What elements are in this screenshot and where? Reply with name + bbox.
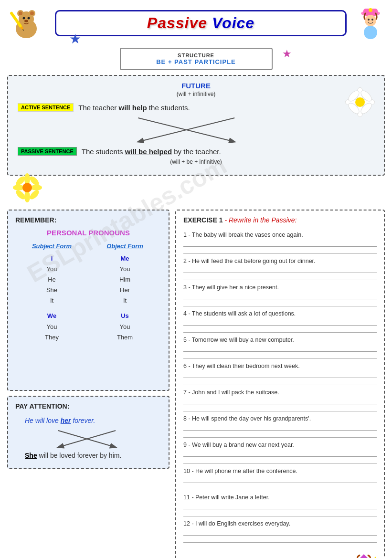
answer-line-1 — [183, 240, 377, 247]
structure-box: STRUCTURE BE + PAST PARTICIPLE — [120, 48, 273, 70]
pay-attention-title: PAY ATTENTION: — [15, 402, 161, 410]
pronoun-we: We — [15, 311, 88, 321]
exercise-text-2: 2 - He will feed the cat before going ou… — [183, 258, 377, 264]
svg-point-27 — [355, 97, 365, 107]
header: Passive Voice — [0, 0, 392, 44]
exercise-text-5: 5 - Tomorrow we will buy a new computer. — [183, 337, 377, 343]
exercise-item-5: 5 - Tomorrow we will buy a new computer. — [183, 334, 377, 359]
answer-line-10 — [183, 476, 377, 483]
page-title: Passive Voice — [71, 14, 331, 32]
svg-point-15 — [365, 15, 376, 26]
pronoun-you-op: You — [88, 322, 161, 332]
star-blue-icon: ★ — [69, 31, 81, 47]
svg-point-18 — [364, 26, 377, 39]
daisy-icon — [12, 172, 43, 203]
exercise-item-4: 4 - The students will ask a lot of quest… — [183, 307, 377, 333]
exercise-text-1: 1 - The baby will break the vases once a… — [183, 232, 377, 238]
exercise-item-6: 6 - They will clean their bedroom next w… — [183, 360, 377, 385]
active-sentence-row: ACTIVE SENTENCE The teacher will help th… — [18, 103, 374, 112]
pronoun-you-o: You — [88, 264, 161, 274]
pronouns-grid: I You He She It We You They Me You Him H… — [15, 253, 161, 343]
exercise-item-1: 1 - The baby will break the vases once a… — [183, 229, 377, 254]
active-label: ACTIVE SENTENCE — [18, 103, 74, 112]
svg-marker-47 — [360, 554, 368, 558]
svg-point-38 — [22, 183, 32, 192]
structure-label: STRUCTURE — [130, 53, 262, 58]
pay-attention-arrows — [20, 428, 157, 450]
exercise-item-8: 8 - He will spend the day over his grand… — [183, 412, 377, 438]
exercise-text-8: 8 - He will spend the day over his grand… — [183, 415, 377, 422]
pay-sentence-2: She will be loved forever by him. — [15, 452, 161, 459]
passive-sentence-row: PASSIVE SENTENCE The students will be he… — [18, 147, 374, 156]
answer-line-3 — [183, 293, 377, 299]
pay-sentence-1: He will love her forever. — [15, 417, 161, 424]
svg-point-8 — [24, 20, 28, 22]
pronouns-title: PERSONAL PRONOUNS — [15, 229, 161, 237]
answer-line-7 — [183, 398, 377, 404]
exercise-text-3: 3 - They will give her a nice present. — [183, 284, 377, 291]
girl-icon — [356, 6, 385, 40]
answer-line-4 — [183, 319, 377, 326]
exercise-item-11: 11 - Peter will write Jane a letter. — [183, 491, 377, 516]
exercise-item-12: 12 - I will do English exercises everyda… — [183, 517, 377, 543]
answer-line-11 — [183, 503, 377, 509]
pronoun-you-s: You — [15, 264, 88, 274]
exercise-text-4: 4 - The students will ask a lot of quest… — [183, 310, 377, 317]
remember-title: REMEMBER: — [15, 216, 161, 224]
active-sentence-text: The teacher will help the students. — [78, 104, 190, 112]
answer-line-9 — [183, 450, 377, 457]
answer-line-5 — [183, 345, 377, 352]
exercise-number: EXERCISE 1 — [183, 216, 222, 224]
exercise-item-9: 9 - We will buy a brand new car next yea… — [183, 439, 377, 464]
exercise-item-3: 3 - They will give her a nice present. — [183, 281, 377, 306]
exercise-text-9: 9 - We will buy a brand new car next yea… — [183, 442, 377, 448]
pronoun-she: She — [15, 285, 88, 295]
answer-line-2 — [183, 266, 377, 273]
answer-line-6 — [183, 371, 377, 378]
pronoun-he: He — [15, 274, 88, 285]
answer-line-8 — [183, 424, 377, 431]
pronoun-spacer1 — [15, 306, 88, 311]
pronoun-us: Us — [88, 311, 161, 321]
subject-form-header: Subject Form — [15, 242, 88, 250]
future-title: FUTURE — [18, 82, 374, 90]
bottom-section: REMEMBER: PERSONAL PRONOUNS Subject Form… — [7, 210, 385, 558]
pay-attention-box: PAY ATTENTION: He will love her forever. — [7, 396, 170, 469]
pronoun-it-o: It — [88, 295, 161, 306]
fairy-icon — [183, 547, 377, 558]
exercise-text-11: 11 - Peter will write Jane a letter. — [183, 494, 377, 501]
svg-point-16 — [368, 19, 370, 21]
left-panel: REMEMBER: PERSONAL PRONOUNS Subject Form… — [7, 210, 170, 558]
exercise-text-7: 7 - John and I will pack the suitcase. — [183, 389, 377, 396]
future-section: FUTURE (will + infinitive) ACTIVE SENTEN… — [7, 75, 385, 176]
svg-point-7 — [28, 17, 30, 20]
svg-point-4 — [19, 11, 22, 15]
exercise-text-12: 12 - I will do English exercises everyda… — [183, 520, 377, 527]
pronoun-you-p: You — [15, 322, 88, 332]
pronoun-I: I — [15, 253, 88, 264]
cross-arrows — [27, 116, 365, 144]
pronoun-them: Them — [88, 332, 161, 343]
pronoun-him: Him — [88, 274, 161, 285]
exercise-panel: EXERCISE 1 - Rewrite in the Passive: 1 -… — [175, 210, 385, 558]
svg-point-31 — [24, 191, 30, 202]
exercise-item-10: 10 - He will phone me after the conferen… — [183, 465, 377, 490]
passive-sentence-text: The students will be helped by the teach… — [82, 147, 221, 156]
object-form-header: Object Form — [88, 242, 161, 250]
exercise-item-2: 2 - He will feed the cat before going ou… — [183, 255, 377, 280]
pronoun-spacer2 — [88, 306, 161, 311]
svg-point-17 — [371, 19, 373, 21]
answer-line-12 — [183, 529, 377, 536]
structure-content: BE + PAST PARTICIPLE — [130, 58, 262, 65]
pronoun-it: It — [15, 295, 88, 306]
exercise-instruction: - Rewrite in the Passive: — [224, 216, 297, 224]
future-subtitle: (will + infinitive) — [18, 91, 374, 97]
svg-point-14 — [369, 8, 372, 12]
remember-box: REMEMBER: PERSONAL PRONOUNS Subject Form… — [7, 210, 170, 391]
subject-pronouns-col: I You He She It We You They — [15, 253, 88, 343]
bear-icon — [7, 4, 45, 42]
svg-point-33 — [31, 185, 42, 190]
pronoun-they: They — [15, 332, 88, 343]
svg-point-5 — [30, 11, 34, 15]
star-pink-icon: ★ — [282, 48, 292, 60]
